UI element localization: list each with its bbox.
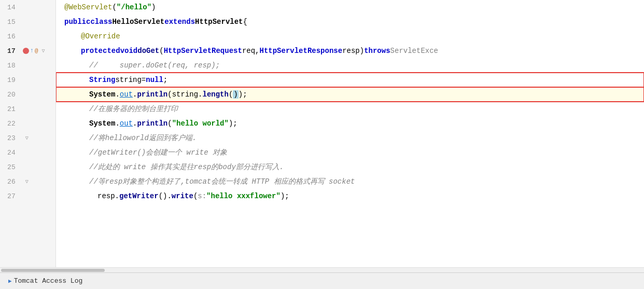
- tab-label: Tomcat Access Log: [14, 277, 83, 285]
- gutter-row-21: 21: [0, 102, 55, 116]
- line-num-26: 26: [0, 178, 21, 186]
- scrollbar-thumb[interactable]: [1, 269, 105, 272]
- comment-resp-socket: //等resp对象整个构造好了,tomcat会统一转成 HTTP 相应的格式再写…: [89, 177, 355, 186]
- kw-public-15: public: [64, 18, 90, 26]
- gutter: 14 15 16 17 ↑ @ ▽: [0, 0, 56, 267]
- paren-open-14: (: [112, 3, 116, 11]
- line-num-15: 15: [0, 18, 21, 26]
- string-hello-path: "/hello": [117, 3, 151, 11]
- kw-extends: extends: [164, 18, 195, 26]
- method-write: write: [172, 192, 193, 200]
- line-num-21: 21: [0, 105, 21, 113]
- tomcat-access-log-tab[interactable]: ▶ Tomcat Access Log: [4, 276, 87, 286]
- method-length: length: [203, 90, 229, 99]
- exception-type: ServletExce: [390, 47, 438, 55]
- code-line-24[interactable]: //getWriter()会创建一个 write 对象: [56, 145, 644, 160]
- gutter-row-26: 26 ▽: [0, 174, 55, 189]
- gutter-row-15: 15: [0, 15, 55, 29]
- classname-helloservlet: HelloServlet: [112, 18, 164, 26]
- gutter-row-19: 19: [0, 73, 55, 87]
- paren-close-27: );: [281, 192, 289, 200]
- class-system-22: System: [89, 119, 115, 128]
- string-hello-world: "hello world": [172, 119, 229, 128]
- code-line-21[interactable]: //在服务器的控制台里打印: [56, 102, 644, 116]
- dot-20a: .: [115, 90, 119, 99]
- var-string: string: [115, 76, 141, 84]
- code-line-14[interactable]: @WebServlet("/hello"): [56, 0, 644, 15]
- code-line-19[interactable]: String string =null;: [56, 73, 644, 87]
- code-line-15[interactable]: public class HelloServlet extends HttpSe…: [56, 15, 644, 29]
- paren-open-20: (: [167, 90, 172, 99]
- code-line-27[interactable]: resp.getWriter().write( s: "hello xxxflo…: [56, 189, 644, 203]
- fold-arrow-23-icon[interactable]: ▽: [23, 134, 31, 142]
- comment-write-body: //此处的 write 操作其实是往resp的body部分进行写入.: [89, 162, 284, 172]
- code-line-25[interactable]: //此处的 write 操作其实是往resp的body部分进行写入.: [56, 160, 644, 174]
- cursor-paren-close: ): [233, 90, 238, 99]
- paren-open-length: (: [229, 90, 233, 99]
- dot-22b: .: [133, 119, 137, 128]
- fold-arrow-icon[interactable]: ▽: [39, 47, 48, 55]
- kw-void: void: [120, 47, 138, 55]
- annotation-webservlet: @WebServlet: [64, 3, 112, 11]
- line-num-27: 27: [0, 192, 21, 200]
- semicolon-19: ;: [163, 76, 167, 84]
- assign-19: =: [142, 76, 146, 84]
- bottom-bar: ▶ Tomcat Access Log: [0, 272, 644, 289]
- class-system: System: [89, 90, 115, 99]
- classname-httpservlet: HttpServlet: [195, 18, 243, 26]
- brace-open-15: {: [243, 18, 247, 26]
- paren-open-22: (: [167, 119, 172, 128]
- resp-getwriter: resp.: [97, 192, 119, 200]
- fold-arrow-26-icon[interactable]: ▽: [23, 177, 31, 186]
- line-num-20: 20: [0, 91, 21, 99]
- editor-container: 14 15 16 17 ↑ @ ▽: [0, 0, 644, 289]
- line-num-16: 16: [0, 33, 21, 40]
- paren-close-20: );: [239, 90, 247, 99]
- line-num-23: 23: [0, 134, 21, 142]
- code-area: 14 15 16 17 ↑ @ ▽: [0, 0, 644, 267]
- at-icon: @: [35, 48, 38, 54]
- method-println-22: println: [137, 119, 167, 128]
- gutter-row-16: 16: [0, 29, 55, 44]
- line-num-17: 17: [0, 47, 21, 55]
- comment-console: //在服务器的控制台里打印: [89, 104, 178, 114]
- gutter-icons-17: ↑ @ ▽: [21, 47, 55, 55]
- code-line-26[interactable]: //等resp对象整个构造好了,tomcat会统一转成 HTTP 相应的格式再写…: [56, 174, 644, 189]
- gutter-row-27: 27: [0, 189, 55, 203]
- dot-22a: .: [115, 119, 119, 128]
- gutter-icons-23: ▽: [21, 134, 55, 142]
- method-println-20: println: [137, 90, 167, 99]
- breakpoint-icon[interactable]: [23, 48, 29, 54]
- field-out: out: [120, 90, 133, 99]
- line-num-24: 24: [0, 149, 21, 157]
- code-line-16[interactable]: @Override: [56, 29, 644, 44]
- paren-open-17: (: [159, 47, 163, 55]
- paren-close-14: ): [151, 3, 156, 11]
- code-line-23[interactable]: //将helloworld返回到客户端.: [56, 131, 644, 145]
- dot-20c: .: [198, 90, 202, 99]
- code-line-18[interactable]: // super.doGet(req, resp);: [56, 58, 644, 73]
- code-line-22[interactable]: System.out.println("hello world");: [56, 116, 644, 131]
- code-line-17[interactable]: protected void doGet(HttpServletRequest …: [56, 44, 644, 58]
- param-resp: resp): [342, 47, 364, 55]
- gutter-row-25: 25: [0, 160, 55, 174]
- horizontal-scrollbar[interactable]: [0, 267, 644, 272]
- gutter-row-18: 18: [0, 58, 55, 73]
- type-string-19: String: [89, 76, 115, 84]
- exec-arrow-icon: ↑: [30, 47, 34, 54]
- kw-null: null: [146, 76, 163, 84]
- annotation-override: @Override: [81, 32, 120, 40]
- kw-throws: throws: [364, 47, 390, 55]
- code-line-20[interactable]: System.out.println(string.length());: [56, 87, 644, 102]
- comment-super: // super.doGet(req, resp);: [89, 61, 220, 70]
- kw-class: class: [90, 18, 112, 26]
- hint-s: s:: [198, 192, 206, 200]
- comment-helloworld-return: //将helloworld返回到客户端.: [89, 133, 197, 143]
- method-getwriter: getWriter: [119, 192, 159, 200]
- code-editor[interactable]: @WebServlet("/hello") public class Hello…: [56, 0, 644, 267]
- dot-20b: .: [133, 90, 137, 99]
- kw-protected: protected: [81, 47, 120, 55]
- string-hello-xxxflower: "hello xxxflower": [206, 192, 281, 200]
- line-num-14: 14: [0, 4, 21, 11]
- var-string-20: string: [172, 90, 198, 99]
